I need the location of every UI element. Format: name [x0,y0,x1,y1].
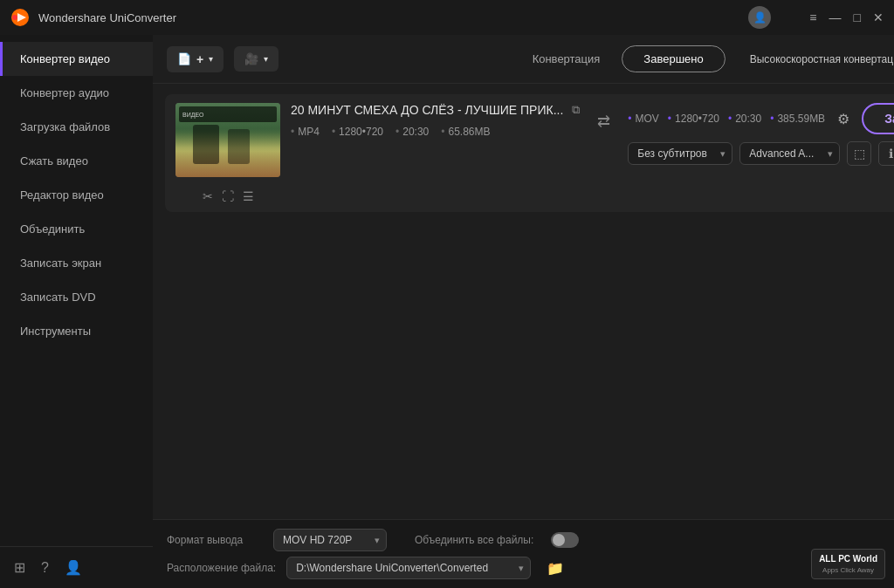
output-duration: • 20:30 [728,113,761,125]
add-file-button[interactable]: 📄 + ▾ [167,46,224,72]
format-select[interactable]: MOV HD 720P [273,529,387,551]
high-speed-label: Высокоскоростная конвертация [750,53,894,65]
subtitles-dropdown[interactable]: Без субтитров [628,142,732,165]
source-size: • 65.86MB [441,126,490,138]
file-plus-icon: 📄 [177,52,191,65]
sidebar-item-video-converter[interactable]: Конвертер видео [0,42,153,76]
output-format: • MOV [628,113,659,125]
bottom-bar: Формат вывода MOV HD 720P Объединить все… [153,519,894,588]
output-bottom-row: Без субтитров Advanced A... ⬚ ℹ [628,141,894,166]
output-resolution: • 1280•720 [668,113,719,125]
source-resolution: • 1280•720 [332,126,383,138]
list-edit-icon[interactable]: ☰ [243,189,254,203]
toolbar: 📄 + ▾ 🎥 ▾ Конвертация Завершено Высокоск… [153,35,894,84]
title-bar-controls: 👤 ≡ — □ ✕ [748,6,884,29]
subtitles-dropdown-wrapper: Без субтитров [628,142,732,165]
minimize-button[interactable]: — [829,10,842,24]
layout-icon[interactable]: ⊞ [14,559,25,576]
start-button[interactable]: Запуск [862,103,894,134]
preview-icon[interactable]: ⬚ [847,141,871,166]
file-card: ВИДЕО ✂ ⛶ ☰ 20 МИНУТ СМЕХА ДО СЛЁЗ - ЛУЧ… [165,94,894,212]
file-list: ВИДЕО ✂ ⛶ ☰ 20 МИНУТ СМЕХА ДО СЛЁЗ - ЛУЧ… [153,84,894,519]
output-size: • 385.59MB [770,113,825,125]
output-settings: • MOV • 1280•720 • 20:30 [628,103,894,166]
user-avatar[interactable]: 👤 [748,6,771,29]
close-button[interactable]: ✕ [873,10,884,24]
format-dropdown-wrapper: MOV HD 720P [273,529,387,551]
tab-bar: Конвертация Завершено [511,45,726,72]
sidebar-item-audio-converter[interactable]: Конвертер аудио [0,76,153,110]
hamburger-menu-icon[interactable]: ≡ [809,10,816,24]
path-select[interactable]: D:\Wondershare UniConverter\Converted [286,557,531,579]
merge-label: Объединить все файлы: [415,534,533,546]
main-layout: Конвертер видео Конвертер аудио Загрузка… [0,35,894,588]
edit-controls: ✂ ⛶ ☰ [203,184,254,203]
crop-icon[interactable]: ⛶ [222,189,234,203]
format-label: Формат вывода [167,534,263,546]
sidebar-item-merge[interactable]: Объединить [0,212,153,246]
watermark-tagline: Apps Click Away [819,565,877,575]
title-bar: Wondershare UniConverter 👤 ≡ — □ ✕ [0,0,894,35]
sidebar-item-record-screen[interactable]: Записать экран [0,246,153,280]
scissors-icon[interactable]: ✂ [203,189,213,203]
content-area: 📄 + ▾ 🎥 ▾ Конвертация Завершено Высокоск… [153,35,894,588]
watermark-title: ALL PC World [819,553,877,565]
sidebar: Конвертер видео Конвертер аудио Загрузка… [0,35,153,588]
source-format: • MP4 [291,126,320,138]
source-duration: • 20:30 [395,126,429,138]
external-link-icon[interactable]: ⧉ [572,103,580,117]
app-logo [10,8,30,27]
file-info: 20 МИНУТ СМЕХА ДО СЛЁЗ - ЛУЧШИЕ ПРИК... … [291,103,580,138]
sidebar-bottom: ⊞ ? 👤 [0,546,153,588]
camera-button[interactable]: 🎥 ▾ [234,46,279,72]
audio-dropdown[interactable]: Advanced A... [739,142,840,165]
sidebar-item-file-download[interactable]: Загрузка файлов [0,110,153,144]
watermark-badge: ALL PC World Apps Click Away [811,549,885,579]
folder-browse-button[interactable]: 📁 [547,560,564,577]
file-title: 20 МИНУТ СМЕХА ДО СЛЁЗ - ЛУЧШИЕ ПРИК... [291,103,563,117]
sidebar-item-record-dvd[interactable]: Записать DVD [0,280,153,314]
sidebar-item-video-editor[interactable]: Редактор видео [0,178,153,212]
sidebar-item-compress-video[interactable]: Сжать видео [0,144,153,178]
path-row: Расположение файла: D:\Wondershare UniCo… [167,557,894,579]
thumbnail: ВИДЕО ✂ ⛶ ☰ [175,103,280,203]
output-top-row: • MOV • 1280•720 • 20:30 [628,103,894,134]
maximize-button[interactable]: □ [854,10,861,24]
output-meta: • MOV • 1280•720 • 20:30 [628,113,825,125]
chevron-down-icon: ▾ [209,54,213,64]
app-title: Wondershare UniConverter [38,11,748,24]
user-settings-icon[interactable]: 👤 [65,559,82,576]
gear-icon[interactable]: ⚙ [834,107,853,131]
tab-completed[interactable]: Завершено [622,45,725,72]
info-icon[interactable]: ℹ [878,141,894,166]
audio-dropdown-wrapper: Advanced A... [739,142,840,165]
merge-toggle[interactable] [551,532,579,548]
source-meta: • MP4 • 1280•720 • 20:30 • [291,126,580,138]
help-icon[interactable]: ? [41,560,49,576]
camera-icon: 🎥 [244,52,258,65]
svg-point-2 [12,15,17,20]
file-title-row: 20 МИНУТ СМЕХА ДО СЛЁЗ - ЛУЧШИЕ ПРИК... … [291,103,580,117]
sidebar-item-tools[interactable]: Инструменты [0,314,153,348]
convert-arrow: ⇄ [590,112,617,131]
tab-convert[interactable]: Конвертация [511,45,622,72]
path-label: Расположение файла: [167,562,276,574]
path-dropdown-wrapper: D:\Wondershare UniConverter\Converted [286,557,531,579]
format-row: Формат вывода MOV HD 720P Объединить все… [167,529,894,551]
